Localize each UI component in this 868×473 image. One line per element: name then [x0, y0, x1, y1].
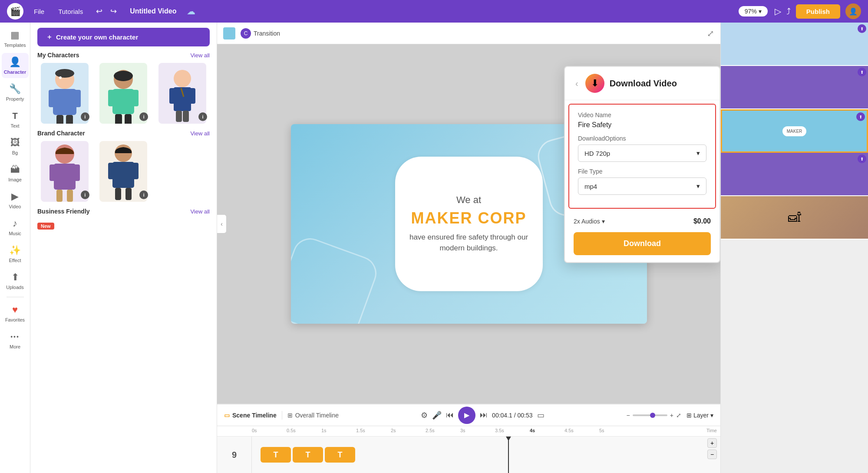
zoom-level[interactable]: 97% ▾ — [739, 6, 768, 16]
share-icon[interactable]: ⤴ — [786, 7, 791, 16]
sidebar-item-more[interactable]: ••• More — [2, 328, 29, 353]
scene-timeline-button[interactable]: ▭ Scene Timeline — [224, 412, 277, 419]
create-character-button[interactable]: ＋ Create your own character — [37, 28, 210, 46]
mic-icon[interactable]: 🎤 — [432, 411, 442, 420]
timeline-zoom-in[interactable]: + — [707, 438, 717, 448]
svg-rect-23 — [54, 164, 76, 190]
needle-head — [505, 437, 512, 441]
svg-rect-4 — [49, 90, 56, 107]
thumbnail-1[interactable]: ⬆ — [721, 23, 868, 66]
svg-rect-6 — [56, 115, 63, 124]
play-button[interactable]: ▶ — [458, 407, 475, 424]
sidebar-item-bg[interactable]: 🖼 Bg — [2, 134, 29, 159]
file-menu[interactable]: File — [30, 6, 48, 17]
sidebar-item-property[interactable]: 🔧 Property — [2, 80, 29, 105]
sidebar-label-character: Character — [4, 69, 26, 75]
fit-button[interactable]: ⤢ — [676, 412, 681, 419]
sidebar-item-video[interactable]: ▶ Video — [2, 187, 29, 213]
favorites-icon: ♥ — [12, 304, 18, 315]
sidebar-item-uploads[interactable]: ⬆ Uploads — [2, 268, 29, 293]
video-title[interactable]: Untitled Video — [130, 7, 176, 15]
brand-character-view-all[interactable]: View all — [190, 130, 210, 137]
layer-button[interactable]: ⊞ Layer ▾ — [686, 412, 713, 419]
time-display: 00:04.1 / 00:53 — [492, 412, 532, 419]
audios-text: 2x Audios — [574, 218, 600, 225]
sidebar-item-character[interactable]: 👤 Character — [2, 53, 29, 78]
character-card-5[interactable]: i — [96, 141, 151, 202]
resolution-select[interactable]: HD 720p ▾ — [578, 145, 706, 162]
publish-button[interactable]: Publish — [796, 4, 840, 19]
char-svg-1 — [45, 67, 84, 124]
audios-label[interactable]: 2x Audios ▾ — [574, 218, 605, 225]
thumbnail-5[interactable]: 🛋 — [721, 196, 868, 240]
skip-forward-button[interactable]: ⏭ — [480, 411, 488, 420]
download-back-button[interactable]: ‹ — [574, 77, 580, 90]
panel-scroll-area[interactable]: My Characters View all — [30, 52, 217, 473]
sidebar-item-effect[interactable]: ✨ Effect — [2, 241, 29, 266]
expand-button[interactable]: ⤢ — [707, 28, 714, 39]
timeline-zoom-out[interactable]: − — [707, 450, 717, 459]
settings-icon[interactable]: ⚙ — [421, 411, 428, 420]
svg-rect-20 — [183, 111, 189, 122]
collapse-panel-button[interactable]: ‹ — [217, 214, 227, 233]
thumbnail-2[interactable]: ⬆ — [721, 66, 868, 109]
sidebar-label-video: Video — [9, 204, 21, 209]
character-card-1[interactable]: i — [37, 63, 92, 124]
divider — [282, 411, 282, 420]
undo-redo-group: ↩ ↪ — [93, 5, 119, 18]
preview-icon[interactable]: ▷ — [775, 6, 781, 16]
timeline-track-area[interactable]: T T T + − — [252, 437, 720, 473]
my-characters-view-all[interactable]: View all — [190, 52, 210, 59]
character-card-3[interactable]: i — [155, 63, 210, 124]
timeline-body: 9 T T T + − — [217, 437, 720, 473]
overall-timeline-button[interactable]: ⊞ Overall Timeline — [287, 412, 339, 419]
timeline-block-2[interactable]: T — [293, 447, 323, 463]
time-separator: / — [514, 412, 518, 419]
sidebar-item-templates[interactable]: ▦ Templates — [2, 26, 29, 51]
timeline-block-1[interactable]: T — [261, 447, 291, 463]
zoom-in-button[interactable]: + — [670, 412, 673, 419]
sidebar-item-text[interactable]: T Text — [2, 107, 29, 132]
thumbnail-4[interactable]: ⬆ — [721, 153, 868, 196]
transition-button[interactable]: C Transition — [241, 28, 280, 39]
ruler-marks-container: 0s 0.5s 1s 1.5s 2s 2.5s 3s 3.5s 4s 4.5s … — [217, 428, 706, 433]
svg-rect-29 — [112, 162, 134, 188]
sidebar-label-property: Property — [6, 96, 24, 102]
file-type-value: mp4 — [584, 183, 597, 190]
timeline-ruler: 0s 0.5s 1s 1.5s 2s 2.5s 3s 3.5s 4s 4.5s … — [217, 426, 720, 437]
avatar[interactable]: 👤 — [845, 3, 861, 19]
color-block[interactable] — [223, 27, 235, 39]
info-badge-1[interactable]: i — [81, 112, 89, 121]
zoom-out-button[interactable]: − — [627, 412, 630, 419]
file-type-select[interactable]: mp4 ▾ — [578, 177, 706, 195]
download-action-button[interactable]: Download — [574, 232, 711, 255]
create-character-label: Create your own character — [56, 33, 138, 41]
zoom-slider[interactable] — [633, 414, 667, 416]
sidebar-item-favorites[interactable]: ♥ Favorites — [2, 301, 29, 326]
skip-back-button[interactable]: ⏮ — [446, 411, 454, 420]
info-badge-4[interactable]: i — [81, 191, 89, 199]
tutorials-menu[interactable]: Tutorials — [55, 6, 86, 17]
content-bubble: We at MAKER CORP have ensured fire safet… — [395, 157, 543, 291]
scene-timeline-label: Scene Timeline — [232, 412, 277, 419]
timeline-block-3[interactable]: T — [325, 447, 355, 463]
redo-button[interactable]: ↪ — [108, 5, 119, 18]
character-card-2[interactable]: i — [96, 63, 151, 124]
my-characters-grid: i i — [36, 63, 211, 124]
sidebar-item-image[interactable]: 🏔 Image — [2, 161, 29, 186]
undo-button[interactable]: ↩ — [93, 5, 105, 18]
sidebar-item-music[interactable]: ♪ Music — [2, 214, 29, 240]
character-card-4[interactable]: i — [37, 141, 92, 202]
thumb-content-3: MAKER — [782, 126, 807, 136]
brand-character-title: Brand Character — [37, 130, 85, 137]
subtitles-icon[interactable]: ▭ — [537, 411, 545, 420]
character-icon: 👤 — [9, 56, 21, 68]
info-badge-3[interactable]: i — [198, 112, 207, 121]
thumbnail-3[interactable]: MAKER ⬆ — [721, 109, 868, 153]
app-logo[interactable]: 🎬 — [7, 3, 23, 20]
business-friendly-view-all[interactable]: View all — [190, 208, 210, 215]
svg-rect-14 — [125, 114, 132, 124]
time-label: Time — [706, 428, 720, 433]
cloud-save-icon: ☁ — [187, 6, 195, 16]
overall-timeline-icon: ⊞ — [287, 412, 293, 419]
